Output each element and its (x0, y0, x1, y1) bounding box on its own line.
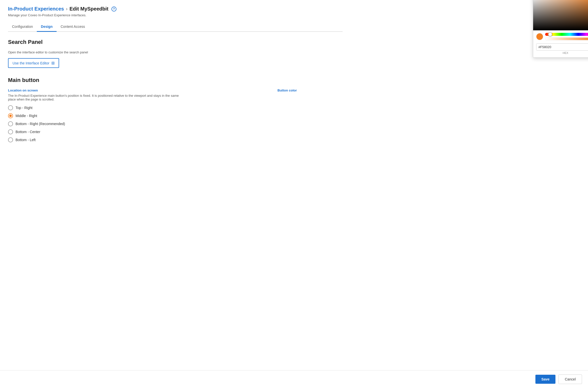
sliders-col (545, 33, 588, 40)
hue-slider-thumb[interactable] (548, 32, 552, 36)
tab-design[interactable]: Design (37, 22, 57, 32)
breadcrumb: In-Product Experiences › Edit MySpeedbit… (8, 6, 343, 12)
search-panel-desc: Open the interface editor to customize t… (8, 50, 343, 54)
radio-label-top-right: Top - Right (16, 106, 33, 110)
search-panel-title: Search Panel (8, 39, 343, 45)
breadcrumb-separator: › (66, 6, 67, 12)
page-subtitle: Manage your Coveo In-Product Experience … (8, 13, 343, 17)
gradient-dark (533, 0, 588, 30)
radio-inner-middle-right (9, 115, 12, 117)
search-panel-section: Search Panel Open the interface editor t… (8, 39, 343, 68)
radio-outer-top-right (8, 105, 13, 110)
radio-group: Top - Right Middle - Right Bottom - Righ… (8, 105, 257, 142)
hex-input-wrap: ▲ ▼ (536, 43, 588, 51)
tab-configuration[interactable]: Configuration (8, 22, 37, 32)
radio-label-middle-right: Middle - Right (16, 114, 37, 118)
radio-bottom-center[interactable]: Bottom - Center (8, 129, 257, 134)
grid-icon: ⊞ (51, 61, 55, 65)
main-button-section: Main button Location on screen The In-Pr… (8, 77, 343, 142)
radio-top-right[interactable]: Top - Right (8, 105, 257, 110)
hue-slider-track[interactable] (545, 33, 588, 36)
tab-content-access[interactable]: Content Access (57, 22, 89, 32)
main-button-header: Location on screen The In-Product Experi… (8, 88, 343, 142)
radio-bottom-right[interactable]: Bottom - Right (Recommended) (8, 121, 257, 126)
radio-label-bottom-right: Bottom - Right (Recommended) (16, 122, 65, 126)
radio-outer-bottom-right (8, 121, 13, 126)
radio-bottom-left[interactable]: Bottom - Left (8, 137, 257, 142)
location-desc: The In-Product Experience main button's … (8, 94, 183, 101)
breadcrumb-link[interactable]: In-Product Experiences (8, 6, 64, 12)
help-icon[interactable]: ? (111, 7, 116, 12)
main-button-title: Main button (8, 77, 343, 83)
button-color-column: Button color (277, 88, 343, 94)
picker-top-row (536, 33, 588, 40)
hex-row: ▲ ▼ HEX (533, 42, 588, 54)
color-gradient-area[interactable] (533, 0, 588, 30)
radio-label-bottom-left: Bottom - Left (16, 138, 36, 142)
color-swatch (536, 33, 543, 40)
hex-label: HEX (536, 51, 588, 54)
tab-bar: Configuration Design Content Access (8, 22, 343, 32)
location-column: Location on screen The In-Product Experi… (8, 88, 257, 142)
location-label: Location on screen (8, 88, 257, 92)
radio-outer-bottom-left (8, 137, 13, 142)
interface-editor-button[interactable]: Use the Interface Editor ⊞ (8, 58, 59, 68)
interface-editor-label: Use the Interface Editor (13, 61, 49, 65)
hex-input[interactable] (536, 44, 588, 50)
radio-middle-right[interactable]: Middle - Right (8, 113, 257, 118)
color-picker-popup: ▲ ▼ HEX (533, 0, 588, 58)
radio-outer-middle-right (8, 113, 13, 118)
breadcrumb-current: Edit MySpeedbit (69, 6, 108, 12)
radio-outer-bottom-center (8, 129, 13, 134)
button-color-label: Button color (277, 88, 343, 92)
radio-label-bottom-center: Bottom - Center (16, 130, 40, 134)
picker-controls (533, 30, 588, 40)
opacity-slider-track[interactable] (545, 37, 588, 40)
